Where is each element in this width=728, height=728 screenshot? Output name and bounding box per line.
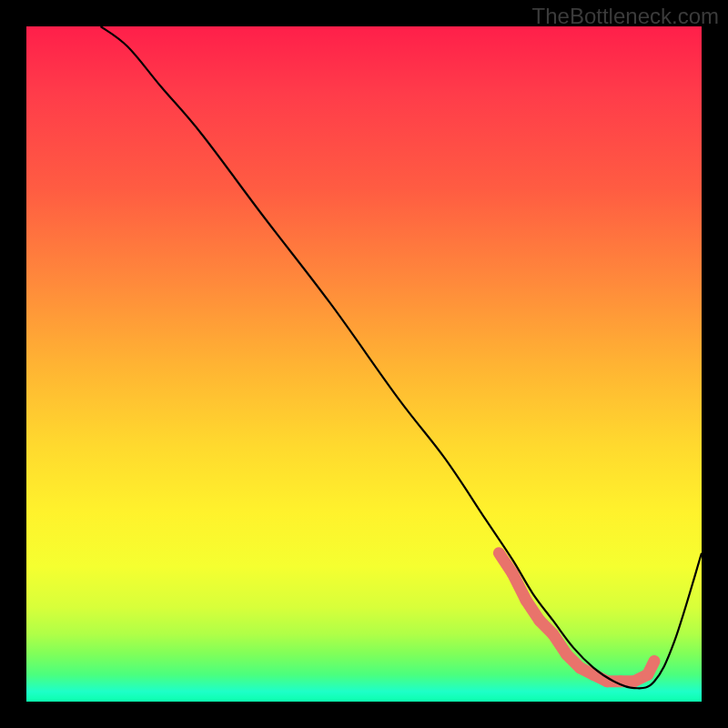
svg-point-0 <box>511 571 514 575</box>
curve-layer <box>26 26 702 702</box>
svg-point-1 <box>524 599 528 602</box>
svg-point-7 <box>605 680 609 683</box>
svg-point-6 <box>592 672 595 676</box>
svg-point-8 <box>619 680 622 683</box>
svg-point-3 <box>551 632 555 636</box>
plot-area <box>26 26 702 702</box>
chart-container: TheBottleneck.com <box>0 0 728 728</box>
marker-band <box>499 553 654 683</box>
svg-point-10 <box>645 672 649 676</box>
svg-point-4 <box>564 652 568 656</box>
svg-point-5 <box>578 666 581 670</box>
svg-point-9 <box>632 680 636 683</box>
watermark-label: TheBottleneck.com <box>532 4 719 29</box>
marker-segment <box>648 661 654 674</box>
bottleneck-curve <box>101 26 702 688</box>
svg-point-2 <box>538 619 541 622</box>
